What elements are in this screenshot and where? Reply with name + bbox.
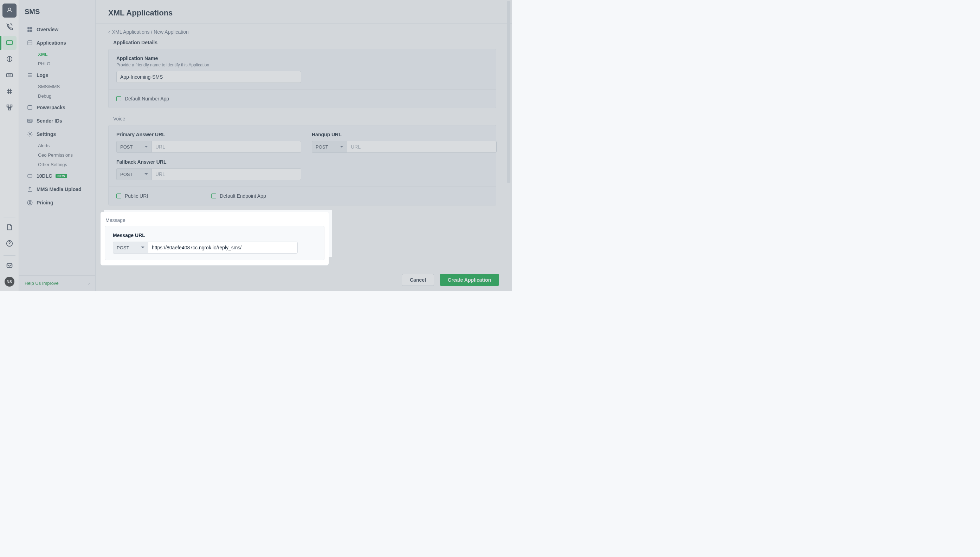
nav-senderids-label: Sender IDs xyxy=(36,118,62,124)
checkbox-default-endpoint[interactable] xyxy=(211,194,216,199)
nav-applications-label: Applications xyxy=(36,40,66,46)
nav-logs[interactable]: Logs xyxy=(19,68,95,82)
new-badge: NEW xyxy=(56,174,67,178)
label-hangup-url: Hangup URL xyxy=(312,132,497,137)
nav-mmsmedia[interactable]: MMS Media Upload xyxy=(19,182,95,196)
nav-overview-label: Overview xyxy=(36,27,58,32)
docs-icon[interactable] xyxy=(2,220,16,234)
support-ticket-icon[interactable] xyxy=(2,259,16,272)
avatar[interactable]: NS xyxy=(5,277,15,287)
help-improve-button[interactable]: Help Us Improve › xyxy=(19,275,95,291)
phone-icon[interactable] xyxy=(2,20,16,34)
senderids-icon xyxy=(27,118,33,124)
svg-rect-9 xyxy=(7,264,12,268)
nav-overview[interactable]: Overview xyxy=(19,23,95,36)
main-header: XML Applications xyxy=(96,0,512,24)
input-message-url[interactable] xyxy=(148,242,298,254)
input-hangup-url[interactable] xyxy=(347,141,497,153)
svg-rect-6 xyxy=(8,108,11,110)
section-message: Message xyxy=(101,212,329,226)
nav-10dlc[interactable]: 10DLCNEW xyxy=(19,169,95,182)
card-app-details: Application Name Provide a friendly name… xyxy=(108,49,497,108)
chk-default-endpoint-row[interactable]: Default Endpoint App xyxy=(211,193,266,199)
svg-point-8 xyxy=(9,245,10,245)
powerpacks-icon xyxy=(27,104,33,111)
nav-applications[interactable]: Applications xyxy=(19,36,95,49)
breadcrumb-label: XML Applications / New Application xyxy=(112,29,189,35)
svg-rect-5 xyxy=(10,105,12,107)
cancel-button[interactable]: Cancel xyxy=(402,274,434,286)
select-fallback-method[interactable]: POST xyxy=(116,168,152,180)
create-button[interactable]: Create Application xyxy=(440,274,499,286)
upload-icon xyxy=(27,186,33,192)
nav-alerts[interactable]: Alerts xyxy=(19,141,95,150)
nav-settings[interactable]: Settings xyxy=(19,127,95,141)
select-hangup-method[interactable]: POST xyxy=(312,141,347,153)
chevron-right-icon: › xyxy=(88,281,90,286)
svg-rect-15 xyxy=(28,106,32,109)
nav-powerpacks-label: Powerpacks xyxy=(36,105,65,110)
svg-rect-13 xyxy=(30,30,32,32)
page-title: XML Applications xyxy=(108,8,499,18)
select-primary-method[interactable]: POST xyxy=(116,141,152,153)
input-fallback-url[interactable] xyxy=(152,168,301,180)
nav-10dlc-label: 10DLC xyxy=(36,173,52,179)
input-primary-url[interactable] xyxy=(152,141,301,153)
brand-icon[interactable] xyxy=(2,3,16,18)
nav-debug[interactable]: Debug xyxy=(19,91,95,101)
svg-rect-10 xyxy=(28,27,29,29)
nav-pricing[interactable]: Pricing xyxy=(19,196,95,209)
iconrail: SIP NS xyxy=(0,0,19,291)
breadcrumb[interactable]: ‹ XML Applications / New Application xyxy=(96,24,512,38)
nav-mmsmedia-label: MMS Media Upload xyxy=(36,186,82,192)
help-app-name: Provide a friendly name to identify this… xyxy=(116,62,488,67)
help-improve-label: Help Us Improve xyxy=(24,281,59,286)
select-message-method[interactable]: POST xyxy=(113,242,148,254)
applications-icon xyxy=(27,40,33,46)
help-icon[interactable] xyxy=(2,236,16,251)
svg-point-17 xyxy=(28,121,29,122)
nav-geoperm[interactable]: Geo Permissions xyxy=(19,150,95,160)
input-app-name[interactable] xyxy=(116,71,301,83)
nav-phlo[interactable]: PHLO xyxy=(19,59,95,68)
nav-powerpacks[interactable]: Powerpacks xyxy=(19,101,95,114)
svg-text:SIP: SIP xyxy=(7,74,11,77)
section-app-details: Application Details xyxy=(101,38,504,49)
nav-senderids[interactable]: Sender IDs xyxy=(19,114,95,127)
zentrunk-icon[interactable] xyxy=(2,52,16,66)
label-app-name: Application Name xyxy=(116,55,488,61)
svg-rect-4 xyxy=(7,105,9,107)
section-voice: Voice xyxy=(101,108,504,125)
sidebar-title: SMS xyxy=(19,0,95,23)
svg-rect-12 xyxy=(28,30,29,32)
chk-public-uri-row[interactable]: Public URI xyxy=(116,193,148,199)
chk-default-number-row[interactable]: Default Number App xyxy=(116,96,488,101)
sidebar: SMS Overview Applications XML PHLO Logs … xyxy=(19,0,96,291)
nav-logs-label: Logs xyxy=(36,72,48,78)
overview-icon xyxy=(27,26,33,33)
nav-pricing-label: Pricing xyxy=(36,200,53,205)
scroll-thumb[interactable] xyxy=(507,1,510,183)
sip-icon[interactable]: SIP xyxy=(2,68,16,82)
numbers-icon[interactable] xyxy=(2,84,16,98)
svg-rect-19 xyxy=(28,174,32,178)
messaging-icon[interactable] xyxy=(2,36,16,50)
logs-icon xyxy=(27,72,33,78)
network-icon[interactable] xyxy=(2,101,16,114)
nav-othersettings[interactable]: Other Settings xyxy=(19,160,95,169)
checkbox-public-uri[interactable] xyxy=(116,194,121,199)
card-voice: Primary Answer URL POST Hangup URL POST xyxy=(108,125,497,205)
label-fallback-url: Fallback Answer URL xyxy=(116,159,488,165)
nav-xml[interactable]: XML xyxy=(19,49,95,59)
svg-rect-11 xyxy=(30,27,32,29)
checkbox-default-number[interactable] xyxy=(116,96,121,101)
nav-smsmms[interactable]: SMS/MMS xyxy=(19,82,95,91)
svg-rect-0 xyxy=(7,41,12,45)
settings-icon xyxy=(27,131,33,137)
chevron-left-icon: ‹ xyxy=(108,29,110,35)
nav-settings-label: Settings xyxy=(36,131,56,137)
tendlc-icon xyxy=(27,173,33,179)
label-default-endpoint: Default Endpoint App xyxy=(220,193,266,199)
scrollbar[interactable] xyxy=(506,1,511,290)
svg-rect-14 xyxy=(28,41,32,45)
